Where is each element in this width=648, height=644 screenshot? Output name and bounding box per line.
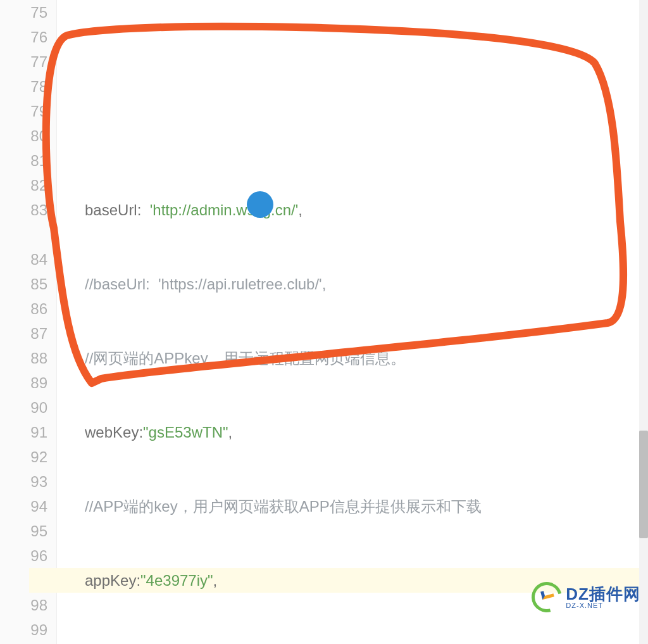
string-literal: "gsE53wTN" (143, 424, 228, 441)
line-number: 95 (0, 519, 47, 543)
property-key: appKey: (85, 572, 140, 589)
line-number: 90 (0, 395, 47, 420)
code-line[interactable]: webKey:"gsE53wTN", (85, 420, 648, 445)
comment: //网页端的APPkey，用于远程配置网页端信息。 (85, 350, 406, 367)
line-number: 79 (0, 99, 47, 123)
line-number: 76 (0, 25, 47, 49)
comment: //APP端的key，用户网页端获取APP信息并提供展示和下载 (85, 498, 482, 515)
line-number: 77 (0, 49, 47, 74)
property-key: webKey: (85, 424, 143, 441)
line-number: 78 (0, 74, 47, 99)
line-number: 88 (0, 346, 47, 370)
line-number: 80 (0, 123, 47, 148)
line-number: 75 (0, 0, 47, 25)
string-literal: 'http://admin.wsvg.cn/' (150, 201, 299, 218)
watermark-text: DZ插件网 DZ-X.NET (566, 586, 640, 609)
line-number: 99 (0, 617, 47, 642)
code-line[interactable]: //APP端的key，用户网页端获取APP信息并提供展示和下载 (85, 494, 648, 519)
line-number: 85 (0, 272, 47, 296)
text-cursor-handle-icon[interactable] (247, 191, 273, 218)
line-number-gutter: 75 76 77 78 79 80 81 82 83 84 85 86 87 8… (0, 0, 57, 644)
line-number: 81 (0, 148, 47, 173)
line-number: 91 (0, 420, 47, 445)
line-number: 83 (0, 198, 47, 222)
line-number: 92 (0, 445, 47, 469)
punctuation: , (298, 201, 302, 218)
line-number: 93 (0, 469, 47, 494)
comment: //baseUrl: 'https://api.ruletree.club/', (85, 275, 326, 293)
line-number: 86 (0, 296, 47, 321)
line-number: 89 (0, 370, 47, 395)
watermark-title: DZ插件网 (566, 586, 640, 602)
vertical-scrollbar-track[interactable] (639, 0, 648, 644)
watermark-logo-icon (526, 576, 568, 618)
punctuation: , (228, 424, 232, 441)
line-number: 84 (0, 247, 47, 272)
line-number: 82 (0, 173, 47, 198)
watermark: DZ插件网 DZ-X.NET (532, 582, 640, 612)
code-line[interactable] (85, 49, 648, 74)
string-literal: "4e3977iy" (140, 572, 213, 589)
code-line[interactable]: //baseUrl: 'https://api.ruletree.club/', (85, 272, 648, 296)
line-number: 94 (0, 494, 47, 519)
line-number: 96 (0, 543, 47, 568)
line-number: 87 (0, 321, 47, 346)
line-number: 98 (0, 593, 47, 617)
code-line[interactable] (85, 123, 648, 148)
code-content[interactable]: baseUrl: 'http://admin.wsvg.cn/', //base… (57, 0, 648, 644)
vertical-scrollbar-thumb[interactable] (639, 431, 648, 538)
punctuation: , (213, 572, 218, 589)
code-line[interactable]: baseUrl: 'http://admin.wsvg.cn/', (85, 198, 648, 222)
line-number (0, 222, 47, 247)
code-line[interactable]: //网页端的APPkey，用于远程配置网页端信息。 (85, 346, 648, 370)
watermark-subtitle: DZ-X.NET (566, 602, 640, 609)
code-editor[interactable]: 75 76 77 78 79 80 81 82 83 84 85 86 87 8… (0, 0, 648, 644)
property-key: baseUrl: (85, 201, 150, 218)
